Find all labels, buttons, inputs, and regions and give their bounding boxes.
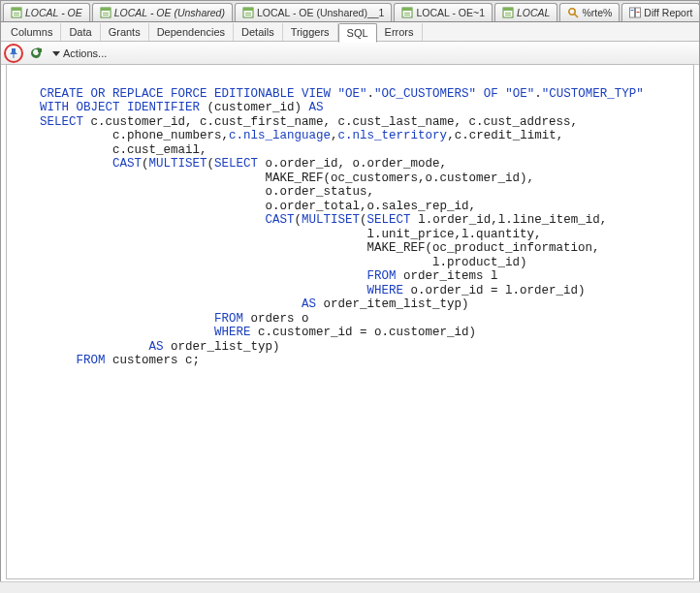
- svg-line-21: [575, 15, 579, 18]
- svg-rect-10: [245, 13, 251, 14]
- subtab-data[interactable]: Data: [61, 23, 100, 41]
- svg-rect-6: [103, 13, 109, 14]
- actions-dropdown[interactable]: Actions...: [48, 47, 111, 60]
- svg-rect-3: [14, 15, 19, 16]
- dropdown-arrow-icon: [52, 49, 60, 57]
- worksheet-icon: [100, 7, 111, 18]
- subtab-triggers[interactable]: Triggers: [283, 23, 338, 41]
- svg-rect-19: [505, 15, 511, 16]
- actions-label: Actions...: [63, 47, 107, 59]
- sql-toolbar: Actions...: [1, 42, 699, 65]
- doc-tab-label: LOCAL - OE~1: [416, 7, 485, 18]
- svg-rect-24: [631, 10, 634, 11]
- svg-rect-7: [103, 15, 109, 16]
- svg-rect-17: [503, 8, 513, 11]
- worksheet-icon: [11, 7, 22, 18]
- svg-rect-2: [14, 13, 19, 14]
- refresh-button[interactable]: [27, 45, 45, 62]
- refresh-icon: [29, 47, 43, 60]
- svg-rect-18: [505, 13, 511, 14]
- svg-point-20: [569, 9, 575, 15]
- doc-tab-2[interactable]: LOCAL - OE (Unshared)__1: [235, 3, 393, 21]
- doc-tab-label: Diff Report: [644, 7, 692, 18]
- sql-editor[interactable]: CREATE OR REPLACE FORCE EDITIONABLE VIEW…: [6, 64, 694, 579]
- doc-tab-label: LOCAL: [517, 7, 550, 18]
- doc-tab-label: %rte%: [582, 7, 612, 18]
- subtab-errors[interactable]: Errors: [377, 23, 423, 41]
- diff-icon: [629, 7, 641, 18]
- svg-rect-25: [637, 12, 640, 13]
- doc-tab-1[interactable]: LOCAL - OE (Unshared): [92, 3, 233, 21]
- svg-rect-9: [243, 8, 253, 11]
- document-tabstrip: LOCAL - OELOCAL - OE (Unshared)LOCAL - O…: [1, 1, 699, 22]
- doc-tab-4[interactable]: LOCAL: [494, 3, 557, 21]
- doc-tab-5[interactable]: %rte%: [559, 3, 620, 21]
- svg-rect-1: [12, 8, 21, 11]
- doc-tab-label: LOCAL - OE (Unshared)__1: [257, 7, 385, 18]
- pin-icon: [9, 48, 18, 58]
- subtab-grants[interactable]: Grants: [101, 23, 149, 41]
- doc-tab-label: LOCAL - OE (Unshared): [114, 7, 225, 18]
- sql-text: CREATE OR REPLACE FORCE EDITIONABLE VIEW…: [7, 73, 693, 368]
- subtab-columns[interactable]: Columns: [3, 23, 61, 41]
- freeze-view-button[interactable]: [4, 44, 23, 63]
- worksheet-icon: [242, 7, 254, 18]
- search-icon: [567, 7, 579, 18]
- object-subtabs: ColumnsDataGrantsDependenciesDetailsTrig…: [1, 22, 699, 42]
- subtab-dependencies[interactable]: Dependencies: [149, 23, 234, 41]
- svg-rect-15: [404, 15, 410, 16]
- doc-tab-label: LOCAL - OE: [25, 7, 82, 18]
- svg-rect-14: [404, 13, 410, 14]
- doc-tab-6[interactable]: Diff Report: [621, 3, 699, 21]
- worksheet-icon: [401, 7, 413, 18]
- doc-tab-0[interactable]: LOCAL - OE: [3, 3, 90, 21]
- svg-rect-5: [101, 8, 111, 11]
- doc-tab-3[interactable]: LOCAL - OE~1: [394, 3, 493, 21]
- status-bar: [0, 581, 700, 593]
- svg-rect-13: [402, 8, 412, 11]
- subtab-sql[interactable]: SQL: [338, 23, 377, 43]
- svg-rect-11: [245, 15, 251, 16]
- worksheet-icon: [502, 7, 514, 18]
- subtab-details[interactable]: Details: [234, 23, 283, 41]
- svg-rect-22: [630, 8, 635, 17]
